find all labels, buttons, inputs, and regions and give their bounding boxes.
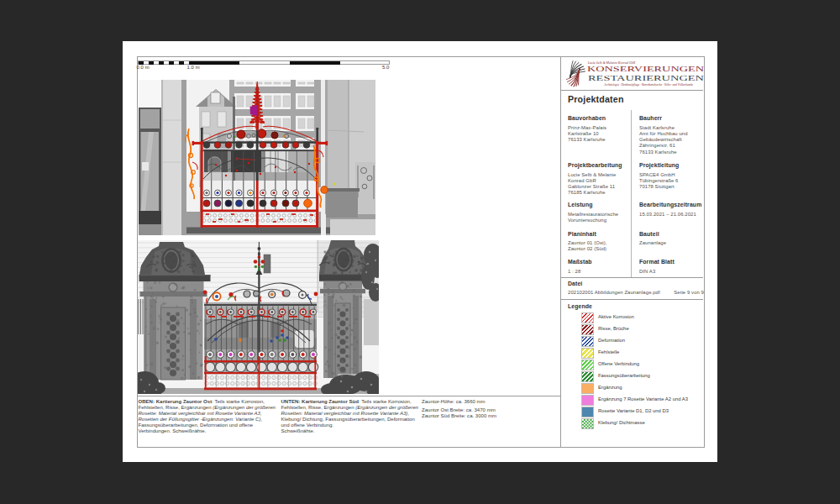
svg-text:KONSERVIERUNGEN: KONSERVIERUNGEN [587, 66, 704, 73]
svg-text:Lucie Selb & Melanie Konrad Gb: Lucie Selb & Melanie Konrad GbR [587, 60, 636, 65]
svg-text:Archäologie · Denkmalpflege ·: Archäologie · Denkmalpflege · Kunsthandw… [603, 83, 693, 87]
svg-text:RESTAURIERUNGEN: RESTAURIERUNGEN [588, 74, 704, 82]
